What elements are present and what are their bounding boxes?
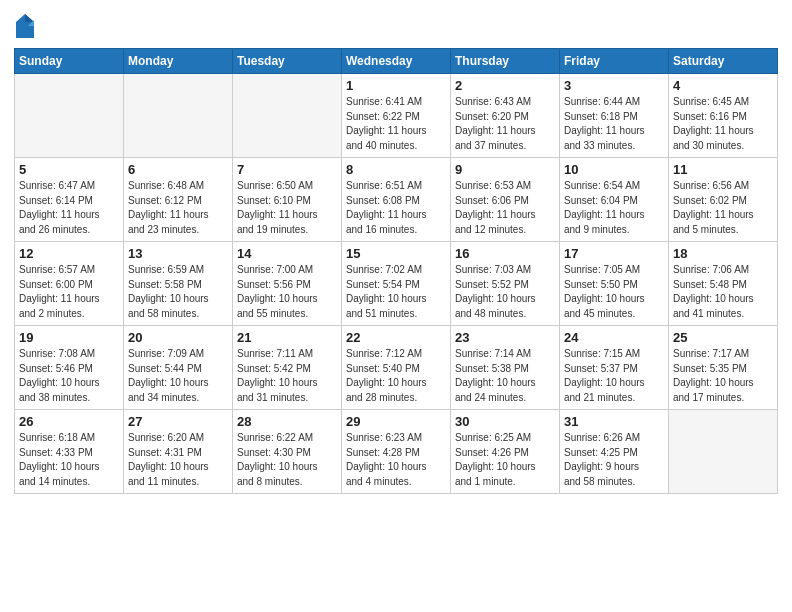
calendar-week-row: 19Sunrise: 7:08 AMSunset: 5:46 PMDayligh… [15, 326, 778, 410]
calendar-cell: 22Sunrise: 7:12 AMSunset: 5:40 PMDayligh… [342, 326, 451, 410]
day-info: Sunrise: 6:45 AMSunset: 6:16 PMDaylight:… [673, 95, 773, 153]
day-number: 31 [564, 414, 664, 429]
weekday-header: Wednesday [342, 49, 451, 74]
calendar-cell: 23Sunrise: 7:14 AMSunset: 5:38 PMDayligh… [451, 326, 560, 410]
day-number: 1 [346, 78, 446, 93]
calendar-cell: 2Sunrise: 6:43 AMSunset: 6:20 PMDaylight… [451, 74, 560, 158]
calendar-cell: 10Sunrise: 6:54 AMSunset: 6:04 PMDayligh… [560, 158, 669, 242]
day-number: 24 [564, 330, 664, 345]
calendar-cell: 16Sunrise: 7:03 AMSunset: 5:52 PMDayligh… [451, 242, 560, 326]
calendar-cell: 29Sunrise: 6:23 AMSunset: 4:28 PMDayligh… [342, 410, 451, 494]
day-info: Sunrise: 6:26 AMSunset: 4:25 PMDaylight:… [564, 431, 664, 489]
day-number: 11 [673, 162, 773, 177]
weekday-header: Saturday [669, 49, 778, 74]
day-info: Sunrise: 6:23 AMSunset: 4:28 PMDaylight:… [346, 431, 446, 489]
day-number: 26 [19, 414, 119, 429]
day-number: 16 [455, 246, 555, 261]
day-info: Sunrise: 6:56 AMSunset: 6:02 PMDaylight:… [673, 179, 773, 237]
day-number: 14 [237, 246, 337, 261]
day-number: 2 [455, 78, 555, 93]
day-number: 23 [455, 330, 555, 345]
day-number: 8 [346, 162, 446, 177]
weekday-header-row: SundayMondayTuesdayWednesdayThursdayFrid… [15, 49, 778, 74]
svg-marker-1 [25, 14, 34, 22]
day-number: 12 [19, 246, 119, 261]
day-number: 6 [128, 162, 228, 177]
calendar-cell: 31Sunrise: 6:26 AMSunset: 4:25 PMDayligh… [560, 410, 669, 494]
calendar-cell: 8Sunrise: 6:51 AMSunset: 6:08 PMDaylight… [342, 158, 451, 242]
day-info: Sunrise: 7:15 AMSunset: 5:37 PMDaylight:… [564, 347, 664, 405]
day-number: 29 [346, 414, 446, 429]
weekday-header: Sunday [15, 49, 124, 74]
day-info: Sunrise: 6:20 AMSunset: 4:31 PMDaylight:… [128, 431, 228, 489]
calendar-cell: 14Sunrise: 7:00 AMSunset: 5:56 PMDayligh… [233, 242, 342, 326]
day-info: Sunrise: 7:03 AMSunset: 5:52 PMDaylight:… [455, 263, 555, 321]
day-info: Sunrise: 6:50 AMSunset: 6:10 PMDaylight:… [237, 179, 337, 237]
day-number: 28 [237, 414, 337, 429]
day-number: 4 [673, 78, 773, 93]
day-number: 5 [19, 162, 119, 177]
day-info: Sunrise: 7:02 AMSunset: 5:54 PMDaylight:… [346, 263, 446, 321]
calendar-cell: 25Sunrise: 7:17 AMSunset: 5:35 PMDayligh… [669, 326, 778, 410]
day-number: 15 [346, 246, 446, 261]
day-info: Sunrise: 6:22 AMSunset: 4:30 PMDaylight:… [237, 431, 337, 489]
page-header [14, 10, 778, 40]
day-number: 18 [673, 246, 773, 261]
calendar-cell: 4Sunrise: 6:45 AMSunset: 6:16 PMDaylight… [669, 74, 778, 158]
day-info: Sunrise: 6:53 AMSunset: 6:06 PMDaylight:… [455, 179, 555, 237]
day-number: 27 [128, 414, 228, 429]
calendar-week-row: 12Sunrise: 6:57 AMSunset: 6:00 PMDayligh… [15, 242, 778, 326]
day-info: Sunrise: 6:44 AMSunset: 6:18 PMDaylight:… [564, 95, 664, 153]
calendar-cell [15, 74, 124, 158]
calendar-week-row: 5Sunrise: 6:47 AMSunset: 6:14 PMDaylight… [15, 158, 778, 242]
calendar-cell [669, 410, 778, 494]
calendar-cell: 1Sunrise: 6:41 AMSunset: 6:22 PMDaylight… [342, 74, 451, 158]
calendar-cell: 24Sunrise: 7:15 AMSunset: 5:37 PMDayligh… [560, 326, 669, 410]
day-info: Sunrise: 6:57 AMSunset: 6:00 PMDaylight:… [19, 263, 119, 321]
logo-icon [14, 12, 36, 40]
day-number: 10 [564, 162, 664, 177]
weekday-header: Thursday [451, 49, 560, 74]
day-info: Sunrise: 7:17 AMSunset: 5:35 PMDaylight:… [673, 347, 773, 405]
logo [14, 14, 40, 40]
calendar-cell: 17Sunrise: 7:05 AMSunset: 5:50 PMDayligh… [560, 242, 669, 326]
calendar-cell: 19Sunrise: 7:08 AMSunset: 5:46 PMDayligh… [15, 326, 124, 410]
weekday-header: Monday [124, 49, 233, 74]
day-info: Sunrise: 7:00 AMSunset: 5:56 PMDaylight:… [237, 263, 337, 321]
calendar-cell: 18Sunrise: 7:06 AMSunset: 5:48 PMDayligh… [669, 242, 778, 326]
day-number: 21 [237, 330, 337, 345]
calendar-cell: 15Sunrise: 7:02 AMSunset: 5:54 PMDayligh… [342, 242, 451, 326]
day-info: Sunrise: 7:08 AMSunset: 5:46 PMDaylight:… [19, 347, 119, 405]
day-info: Sunrise: 6:43 AMSunset: 6:20 PMDaylight:… [455, 95, 555, 153]
day-info: Sunrise: 7:12 AMSunset: 5:40 PMDaylight:… [346, 347, 446, 405]
weekday-header: Friday [560, 49, 669, 74]
day-info: Sunrise: 6:59 AMSunset: 5:58 PMDaylight:… [128, 263, 228, 321]
calendar-cell: 11Sunrise: 6:56 AMSunset: 6:02 PMDayligh… [669, 158, 778, 242]
calendar-cell: 3Sunrise: 6:44 AMSunset: 6:18 PMDaylight… [560, 74, 669, 158]
calendar-cell: 13Sunrise: 6:59 AMSunset: 5:58 PMDayligh… [124, 242, 233, 326]
day-info: Sunrise: 6:41 AMSunset: 6:22 PMDaylight:… [346, 95, 446, 153]
calendar-cell: 28Sunrise: 6:22 AMSunset: 4:30 PMDayligh… [233, 410, 342, 494]
day-info: Sunrise: 6:25 AMSunset: 4:26 PMDaylight:… [455, 431, 555, 489]
calendar-week-row: 1Sunrise: 6:41 AMSunset: 6:22 PMDaylight… [15, 74, 778, 158]
calendar-cell: 5Sunrise: 6:47 AMSunset: 6:14 PMDaylight… [15, 158, 124, 242]
calendar-cell: 21Sunrise: 7:11 AMSunset: 5:42 PMDayligh… [233, 326, 342, 410]
day-info: Sunrise: 6:47 AMSunset: 6:14 PMDaylight:… [19, 179, 119, 237]
day-info: Sunrise: 7:14 AMSunset: 5:38 PMDaylight:… [455, 347, 555, 405]
day-number: 30 [455, 414, 555, 429]
day-number: 22 [346, 330, 446, 345]
calendar-cell [233, 74, 342, 158]
calendar-cell: 12Sunrise: 6:57 AMSunset: 6:00 PMDayligh… [15, 242, 124, 326]
calendar-cell [124, 74, 233, 158]
day-info: Sunrise: 6:18 AMSunset: 4:33 PMDaylight:… [19, 431, 119, 489]
day-number: 20 [128, 330, 228, 345]
day-number: 9 [455, 162, 555, 177]
calendar-cell: 26Sunrise: 6:18 AMSunset: 4:33 PMDayligh… [15, 410, 124, 494]
day-number: 25 [673, 330, 773, 345]
day-info: Sunrise: 6:51 AMSunset: 6:08 PMDaylight:… [346, 179, 446, 237]
calendar-cell: 20Sunrise: 7:09 AMSunset: 5:44 PMDayligh… [124, 326, 233, 410]
day-info: Sunrise: 6:54 AMSunset: 6:04 PMDaylight:… [564, 179, 664, 237]
weekday-header: Tuesday [233, 49, 342, 74]
calendar-cell: 6Sunrise: 6:48 AMSunset: 6:12 PMDaylight… [124, 158, 233, 242]
day-number: 19 [19, 330, 119, 345]
